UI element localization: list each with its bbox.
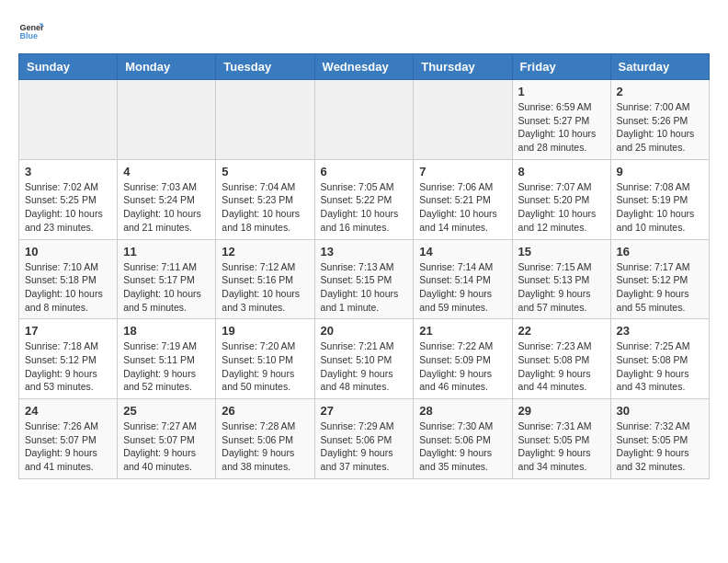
calendar-cell	[216, 80, 314, 160]
calendar-cell	[314, 80, 414, 160]
day-number: 27	[321, 404, 408, 418]
day-number: 3	[25, 165, 111, 178]
day-number: 26	[222, 404, 308, 418]
day-number: 19	[222, 324, 308, 338]
day-info: Sunrise: 7:18 AM Sunset: 5:12 PM Dayligh…	[25, 339, 111, 394]
day-info: Sunrise: 7:29 AM Sunset: 5:06 PM Dayligh…	[321, 419, 408, 474]
logo-icon: General Blue	[18, 18, 44, 44]
day-number: 14	[419, 245, 506, 259]
calendar-cell: 8Sunrise: 7:07 AM Sunset: 5:20 PM Daylig…	[512, 159, 610, 239]
calendar-week-4: 17Sunrise: 7:18 AM Sunset: 5:12 PM Dayli…	[19, 319, 710, 399]
page-header: General Blue	[18, 18, 710, 44]
day-info: Sunrise: 7:04 AM Sunset: 5:23 PM Dayligh…	[222, 180, 308, 235]
day-number: 8	[518, 165, 605, 178]
svg-text:Blue: Blue	[19, 31, 38, 40]
calendar-cell: 2Sunrise: 7:00 AM Sunset: 5:26 PM Daylig…	[610, 80, 709, 160]
day-number: 25	[123, 404, 210, 418]
day-number: 30	[617, 404, 703, 418]
day-number: 17	[25, 324, 111, 338]
day-info: Sunrise: 7:14 AM Sunset: 5:14 PM Dayligh…	[419, 260, 506, 315]
day-number: 29	[518, 404, 605, 418]
day-number: 4	[123, 165, 210, 178]
calendar-cell: 19Sunrise: 7:20 AM Sunset: 5:10 PM Dayli…	[216, 319, 314, 399]
logo: General Blue	[18, 18, 48, 44]
day-info: Sunrise: 7:07 AM Sunset: 5:20 PM Dayligh…	[518, 180, 605, 235]
day-info: Sunrise: 7:28 AM Sunset: 5:06 PM Dayligh…	[222, 419, 308, 474]
day-number: 7	[419, 165, 506, 178]
day-number: 9	[617, 165, 703, 178]
calendar-cell: 28Sunrise: 7:30 AM Sunset: 5:06 PM Dayli…	[414, 399, 512, 479]
column-header-tuesday: Tuesday	[216, 54, 314, 80]
calendar-cell: 29Sunrise: 7:31 AM Sunset: 5:05 PM Dayli…	[512, 399, 610, 479]
day-number: 2	[617, 85, 703, 98]
column-header-wednesday: Wednesday	[314, 54, 414, 80]
day-info: Sunrise: 7:31 AM Sunset: 5:05 PM Dayligh…	[518, 419, 605, 474]
day-number: 21	[419, 324, 506, 338]
day-number: 13	[321, 245, 408, 259]
day-info: Sunrise: 7:21 AM Sunset: 5:10 PM Dayligh…	[321, 339, 408, 394]
day-number: 10	[25, 245, 111, 259]
day-info: Sunrise: 7:03 AM Sunset: 5:24 PM Dayligh…	[123, 180, 210, 235]
day-number: 5	[222, 165, 308, 178]
calendar-cell	[414, 80, 512, 160]
day-info: Sunrise: 6:59 AM Sunset: 5:27 PM Dayligh…	[518, 100, 605, 155]
calendar-cell: 11Sunrise: 7:11 AM Sunset: 5:17 PM Dayli…	[118, 239, 216, 319]
calendar-cell: 16Sunrise: 7:17 AM Sunset: 5:12 PM Dayli…	[610, 239, 709, 319]
day-info: Sunrise: 7:12 AM Sunset: 5:16 PM Dayligh…	[222, 260, 308, 315]
calendar-cell: 25Sunrise: 7:27 AM Sunset: 5:07 PM Dayli…	[118, 399, 216, 479]
day-info: Sunrise: 7:17 AM Sunset: 5:12 PM Dayligh…	[617, 260, 703, 315]
calendar-table: SundayMondayTuesdayWednesdayThursdayFrid…	[18, 53, 710, 479]
calendar-cell: 6Sunrise: 7:05 AM Sunset: 5:22 PM Daylig…	[314, 159, 414, 239]
day-info: Sunrise: 7:30 AM Sunset: 5:06 PM Dayligh…	[419, 419, 506, 474]
day-number: 12	[222, 245, 308, 259]
day-info: Sunrise: 7:10 AM Sunset: 5:18 PM Dayligh…	[25, 260, 111, 315]
calendar-cell: 24Sunrise: 7:26 AM Sunset: 5:07 PM Dayli…	[19, 399, 118, 479]
calendar-cell: 7Sunrise: 7:06 AM Sunset: 5:21 PM Daylig…	[414, 159, 512, 239]
calendar-cell: 13Sunrise: 7:13 AM Sunset: 5:15 PM Dayli…	[314, 239, 414, 319]
calendar-cell: 15Sunrise: 7:15 AM Sunset: 5:13 PM Dayli…	[512, 239, 610, 319]
calendar-cell: 27Sunrise: 7:29 AM Sunset: 5:06 PM Dayli…	[314, 399, 414, 479]
column-header-saturday: Saturday	[610, 54, 709, 80]
calendar-cell: 12Sunrise: 7:12 AM Sunset: 5:16 PM Dayli…	[216, 239, 314, 319]
calendar-cell: 14Sunrise: 7:14 AM Sunset: 5:14 PM Dayli…	[414, 239, 512, 319]
calendar-cell: 22Sunrise: 7:23 AM Sunset: 5:08 PM Dayli…	[512, 319, 610, 399]
calendar-week-5: 24Sunrise: 7:26 AM Sunset: 5:07 PM Dayli…	[19, 399, 710, 479]
day-number: 16	[617, 245, 703, 259]
day-number: 11	[123, 245, 210, 259]
calendar-cell: 3Sunrise: 7:02 AM Sunset: 5:25 PM Daylig…	[19, 159, 118, 239]
day-number: 18	[123, 324, 210, 338]
calendar-week-1: 1Sunrise: 6:59 AM Sunset: 5:27 PM Daylig…	[19, 80, 710, 160]
day-info: Sunrise: 7:13 AM Sunset: 5:15 PM Dayligh…	[321, 260, 408, 315]
day-info: Sunrise: 7:06 AM Sunset: 5:21 PM Dayligh…	[419, 180, 506, 235]
day-info: Sunrise: 7:05 AM Sunset: 5:22 PM Dayligh…	[321, 180, 408, 235]
calendar-cell: 23Sunrise: 7:25 AM Sunset: 5:08 PM Dayli…	[610, 319, 709, 399]
calendar-cell	[19, 80, 118, 160]
calendar-week-2: 3Sunrise: 7:02 AM Sunset: 5:25 PM Daylig…	[19, 159, 710, 239]
calendar-cell: 4Sunrise: 7:03 AM Sunset: 5:24 PM Daylig…	[118, 159, 216, 239]
day-info: Sunrise: 7:19 AM Sunset: 5:11 PM Dayligh…	[123, 339, 210, 394]
calendar-cell: 20Sunrise: 7:21 AM Sunset: 5:10 PM Dayli…	[314, 319, 414, 399]
day-number: 24	[25, 404, 111, 418]
column-header-monday: Monday	[118, 54, 216, 80]
day-info: Sunrise: 7:20 AM Sunset: 5:10 PM Dayligh…	[222, 339, 308, 394]
column-header-thursday: Thursday	[414, 54, 512, 80]
calendar-cell: 17Sunrise: 7:18 AM Sunset: 5:12 PM Dayli…	[19, 319, 118, 399]
day-number: 1	[518, 85, 605, 98]
calendar-cell: 30Sunrise: 7:32 AM Sunset: 5:05 PM Dayli…	[610, 399, 709, 479]
day-number: 22	[518, 324, 605, 338]
calendar-cell: 18Sunrise: 7:19 AM Sunset: 5:11 PM Dayli…	[118, 319, 216, 399]
column-header-friday: Friday	[512, 54, 610, 80]
day-info: Sunrise: 7:23 AM Sunset: 5:08 PM Dayligh…	[518, 339, 605, 394]
calendar-week-3: 10Sunrise: 7:10 AM Sunset: 5:18 PM Dayli…	[19, 239, 710, 319]
calendar-cell	[118, 80, 216, 160]
day-number: 20	[321, 324, 408, 338]
day-info: Sunrise: 7:00 AM Sunset: 5:26 PM Dayligh…	[617, 100, 703, 155]
calendar-cell: 1Sunrise: 6:59 AM Sunset: 5:27 PM Daylig…	[512, 80, 610, 160]
day-number: 15	[518, 245, 605, 259]
day-number: 23	[617, 324, 703, 338]
day-info: Sunrise: 7:02 AM Sunset: 5:25 PM Dayligh…	[25, 180, 111, 235]
calendar-cell: 9Sunrise: 7:08 AM Sunset: 5:19 PM Daylig…	[610, 159, 709, 239]
day-info: Sunrise: 7:25 AM Sunset: 5:08 PM Dayligh…	[617, 339, 703, 394]
day-info: Sunrise: 7:22 AM Sunset: 5:09 PM Dayligh…	[419, 339, 506, 394]
calendar-header-row: SundayMondayTuesdayWednesdayThursdayFrid…	[19, 54, 710, 80]
